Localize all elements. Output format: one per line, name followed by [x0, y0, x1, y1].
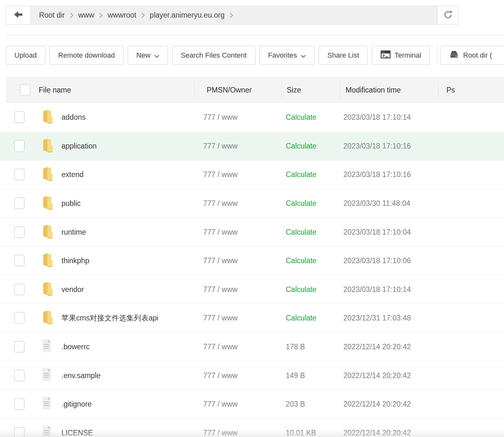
row-checkbox[interactable] — [14, 255, 25, 267]
folder-icon — [40, 137, 54, 155]
calculate-size-link[interactable]: Calculate — [286, 228, 316, 236]
row-checkbox[interactable] — [14, 140, 25, 152]
file-name[interactable]: 苹果cms对接文件选集列表api — [61, 313, 158, 323]
select-all-checkbox[interactable] — [20, 84, 30, 96]
file-owner: 777 / www — [203, 142, 237, 150]
table-row[interactable]: .env.sample 777 / www 149 B 2022/12/14 2… — [0, 361, 504, 390]
file-name[interactable]: LICENSE — [61, 428, 93, 437]
calculate-size-link[interactable]: Calculate — [286, 314, 316, 322]
table-row[interactable]: .bowerrc 777 / www 178 B 2022/12/14 20:2… — [0, 333, 504, 361]
row-checkbox[interactable] — [14, 341, 25, 353]
table-row[interactable]: 苹果cms对接文件选集列表api 777 / www Calculate 202… — [0, 304, 504, 333]
folder-icon — [40, 166, 54, 183]
folder-icon — [40, 109, 54, 126]
breadcrumb-item[interactable]: wwwroot — [108, 11, 136, 20]
file-owner: 777 / www — [203, 256, 237, 265]
file-mtime: 2022/12/14 20:20:42 — [343, 400, 411, 409]
calculate-size-link[interactable]: Calculate — [286, 142, 316, 150]
file-name[interactable]: addons — [61, 113, 85, 122]
file-mtime: 2022/12/14 20:20:42 — [343, 343, 411, 351]
search-files-content-label: Search Files Content — [181, 51, 246, 60]
disk-drive-icon — [449, 50, 459, 61]
file-name[interactable]: vendor — [61, 285, 84, 294]
file-owner: 777 / www — [203, 285, 237, 294]
refresh-icon — [443, 10, 453, 20]
file-name[interactable]: .gitignore — [61, 400, 92, 409]
share-list-button[interactable]: Share List — [319, 46, 368, 65]
toolbar: Upload Remote download New Search Files … — [6, 46, 504, 65]
file-mtime: 2023/03/30 11:48:04 — [343, 199, 410, 208]
file-owner: 777 / www — [203, 343, 237, 351]
folder-icon — [40, 281, 54, 298]
chevron-down-icon — [154, 52, 159, 60]
remote-download-button-label: Remote download — [58, 51, 115, 60]
file-name[interactable]: runtime — [61, 228, 86, 236]
file-size: 10.01 KB — [286, 428, 316, 437]
root-dir-button[interactable]: Root dir ( — [440, 46, 504, 65]
chevron-right-icon — [141, 12, 145, 18]
search-files-content-button[interactable]: Search Files Content — [172, 46, 255, 65]
file-name[interactable]: extend — [61, 170, 84, 179]
file-mtime: 2023/03/18 17:10:14 — [343, 113, 411, 122]
row-checkbox[interactable] — [14, 312, 25, 324]
column-divider — [281, 81, 282, 99]
table-row[interactable]: runtime 777 / www Calculate 2023/03/18 1… — [0, 218, 504, 247]
calculate-size-link[interactable]: Calculate — [286, 285, 316, 294]
file-table-body: addons 777 / www Calculate 2023/03/18 17… — [0, 103, 504, 437]
table-row[interactable]: addons 777 / www Calculate 2023/03/18 17… — [0, 103, 504, 132]
breadcrumb-item[interactable]: player.animeryu.eu.org — [150, 11, 225, 20]
file-owner: 777 / www — [203, 113, 237, 122]
calculate-size-link[interactable]: Calculate — [286, 170, 316, 179]
calculate-size-link[interactable]: Calculate — [286, 113, 316, 122]
back-button[interactable] — [6, 6, 31, 24]
row-checkbox[interactable] — [14, 398, 25, 410]
row-checkbox[interactable] — [14, 427, 25, 437]
remote-download-button[interactable]: Remote download — [50, 46, 124, 65]
breadcrumb-item[interactable]: www — [78, 11, 94, 20]
chevron-right-icon — [70, 12, 74, 18]
file-size: 203 B — [286, 400, 305, 409]
row-checkbox[interactable] — [14, 198, 25, 209]
table-row[interactable]: thinkphp 777 / www Calculate 2023/03/18 … — [0, 247, 504, 275]
file-name[interactable]: public — [61, 199, 81, 208]
breadcrumb: Root dir www wwwroot player.animeryu.eu.… — [31, 6, 437, 24]
table-row[interactable]: vendor 777 / www Calculate 2023/03/18 17… — [0, 275, 504, 304]
row-checkbox[interactable] — [14, 283, 25, 295]
file-size: 149 B — [286, 371, 305, 380]
folder-icon — [40, 309, 54, 327]
upload-button[interactable]: Upload — [6, 46, 45, 65]
new-button-label: New — [136, 51, 150, 60]
file-mtime: 2023/03/18 17:10:06 — [343, 256, 411, 265]
table-row[interactable]: application 777 / www Calculate 2023/03/… — [0, 132, 504, 161]
table-row[interactable]: .gitignore 777 / www 203 B 2022/12/14 20… — [0, 390, 504, 419]
file-name[interactable]: .bowerrc — [61, 343, 90, 351]
favorites-button[interactable]: Favorites — [260, 46, 315, 65]
section-divider — [6, 35, 504, 36]
file-name[interactable]: .env.sample — [61, 371, 100, 380]
file-name[interactable]: application — [61, 142, 97, 150]
root-dir-button-label: Root dir ( — [463, 51, 492, 60]
table-row[interactable]: extend 777 / www Calculate 2023/03/18 17… — [0, 160, 504, 189]
file-owner: 777 / www — [203, 400, 237, 409]
chevron-right-icon — [99, 12, 103, 18]
table-row[interactable]: public 777 / www Calculate 2023/03/30 11… — [0, 189, 504, 218]
toolbar-divider — [437, 46, 437, 65]
row-checkbox[interactable] — [14, 111, 25, 123]
refresh-button[interactable] — [437, 6, 458, 24]
calculate-size-link[interactable]: Calculate — [286, 199, 316, 208]
row-checkbox[interactable] — [14, 369, 25, 381]
breadcrumb-item[interactable]: Root dir — [39, 11, 65, 20]
row-checkbox[interactable] — [14, 226, 25, 238]
column-header-size: Size — [287, 86, 301, 94]
file-mtime: 2023/03/18 17:10:14 — [343, 285, 411, 294]
table-row[interactable]: LICENSE 777 / www 10.01 KB 2022/12/14 20… — [0, 419, 504, 437]
row-checkbox[interactable] — [14, 169, 25, 181]
calculate-size-link[interactable]: Calculate — [286, 256, 316, 265]
file-icon — [40, 338, 53, 355]
file-owner: 777 / www — [203, 371, 237, 380]
new-button[interactable]: New — [128, 46, 168, 65]
column-header-pmsn-owner: PMSN/Owner — [207, 86, 252, 94]
file-name[interactable]: thinkphp — [61, 256, 89, 265]
terminal-icon — [380, 50, 391, 61]
terminal-button[interactable]: Terminal — [372, 46, 430, 65]
